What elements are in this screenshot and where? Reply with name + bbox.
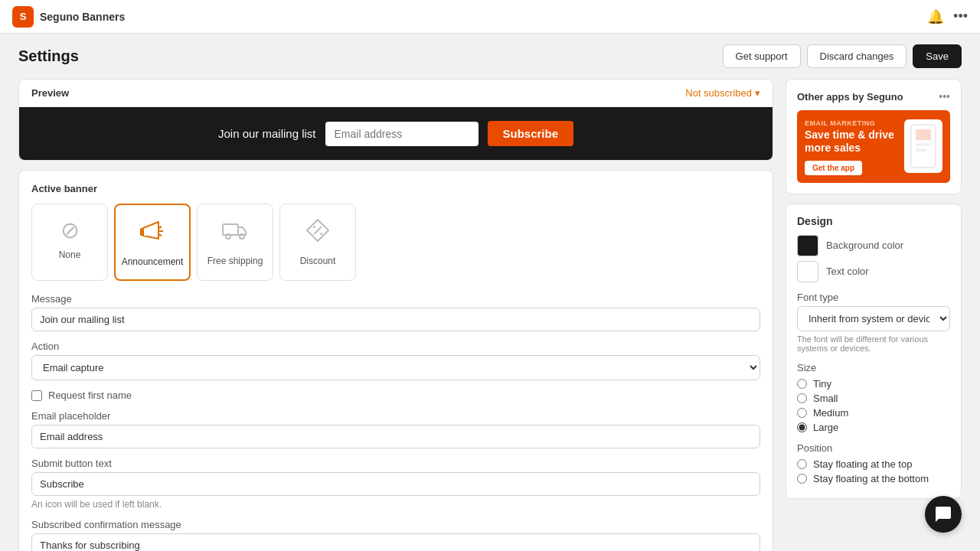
background-color-swatch[interactable]	[797, 235, 818, 256]
form-fields: Message Action Email capture Link None R…	[31, 293, 760, 551]
banner-option-none[interactable]: ⊘ None	[31, 204, 108, 281]
email-placeholder-field-group: Email placeholder	[31, 410, 760, 448]
other-apps-card: Other apps by Seguno ••• EMAIL MARKETING…	[786, 79, 962, 194]
announcement-label: Announcement	[122, 256, 184, 267]
action-field-group: Action Email capture Link None	[31, 341, 760, 380]
submit-button-field-group: Submit button text An icon will be used …	[31, 458, 760, 510]
svg-point-5	[226, 234, 230, 239]
font-hint: The font will be different for various s…	[797, 334, 950, 353]
banner-option-discount[interactable]: Discount	[279, 204, 356, 281]
text-color-row: Text color	[797, 261, 950, 282]
promo-text-area: EMAIL MARKETING Save time & drive more s…	[805, 119, 898, 175]
chat-bubble[interactable]	[925, 496, 962, 533]
request-first-name-label: Request first name	[48, 390, 132, 401]
position-float-bottom-label: Stay floating at the bottom	[813, 473, 929, 484]
bell-icon[interactable]: 🔔	[927, 8, 944, 25]
subscribed-confirmation-field-group: Subscribed confirmation message	[31, 519, 760, 551]
svg-rect-0	[140, 228, 143, 236]
truck-icon	[221, 217, 249, 249]
promo-cta-button[interactable]: Get the app	[805, 161, 862, 175]
submit-button-input[interactable]	[31, 472, 760, 496]
action-label: Action	[31, 341, 760, 352]
position-label: Position	[797, 442, 950, 454]
svg-rect-12	[916, 143, 931, 146]
size-tiny-radio[interactable]	[797, 379, 807, 389]
right-panel: Other apps by Seguno ••• EMAIL MARKETING…	[786, 79, 962, 551]
active-banner-section: Active banner ⊘ None	[18, 170, 773, 551]
none-icon: ⊘	[60, 217, 80, 243]
font-type-select[interactable]: Inherit from system or device	[797, 306, 950, 331]
background-color-label: Background color	[826, 240, 903, 251]
page-title: Settings	[18, 47, 79, 65]
position-float-bottom-radio[interactable]	[797, 474, 807, 484]
subscribed-confirmation-input[interactable]	[31, 533, 760, 551]
request-first-name-row: Request first name	[31, 390, 760, 401]
font-section: Font type Inherit from system or device …	[797, 292, 950, 353]
email-placeholder-label: Email placeholder	[31, 410, 760, 422]
banner-option-free-shipping[interactable]: Free shipping	[197, 204, 273, 281]
svg-rect-11	[916, 129, 931, 140]
page-header: Settings Get support Discard changes Sav…	[0, 34, 980, 79]
size-large-label: Large	[813, 422, 838, 433]
preview-label: Preview	[31, 87, 69, 99]
size-section: Size Tiny Small Medium Large	[797, 362, 950, 433]
svg-point-6	[240, 234, 244, 239]
preview-email-input[interactable]	[325, 122, 479, 146]
discard-changes-button[interactable]: Discard changes	[807, 44, 907, 68]
size-label: Size	[797, 362, 950, 373]
message-label: Message	[31, 293, 760, 305]
size-medium-row: Medium	[797, 407, 950, 419]
position-float-top-row: Stay floating at the top	[797, 458, 950, 470]
message-input[interactable]	[31, 308, 760, 331]
promo-eyebrow: EMAIL MARKETING	[805, 119, 898, 127]
size-medium-radio[interactable]	[797, 408, 807, 418]
subscription-status[interactable]: Not subscribed ▾	[685, 87, 760, 99]
app-icon: S	[12, 6, 34, 28]
nav-left: S Seguno Banners	[12, 6, 125, 28]
promo-phone-graphic	[904, 119, 942, 173]
promo-banner: EMAIL MARKETING Save time & drive more s…	[797, 110, 950, 183]
nav-right: 🔔 •••	[927, 8, 968, 25]
font-type-label: Font type	[797, 292, 950, 303]
email-placeholder-input[interactable]	[31, 425, 760, 448]
preview-card: Preview Not subscribed ▾ Join our mailin…	[18, 79, 773, 161]
active-banner-title: Active banner	[31, 183, 760, 194]
action-select[interactable]: Email capture Link None	[31, 355, 760, 380]
submit-button-label: Submit button text	[31, 458, 760, 469]
svg-point-9	[320, 233, 322, 235]
size-medium-label: Medium	[813, 407, 848, 419]
size-small-radio[interactable]	[797, 393, 807, 403]
more-options-icon[interactable]: •••	[953, 8, 968, 24]
preview-header: Preview Not subscribed ▾	[19, 80, 773, 107]
submit-hint: An icon will be used if left blank.	[31, 499, 760, 510]
size-small-label: Small	[813, 393, 838, 404]
banner-options: ⊘ None Announcement	[31, 204, 760, 281]
header-actions: Get support Discard changes Save	[723, 44, 962, 68]
announcement-icon	[139, 217, 166, 250]
position-float-bottom-row: Stay floating at the bottom	[797, 473, 950, 484]
request-first-name-checkbox[interactable]	[31, 390, 42, 401]
main-content: Preview Not subscribed ▾ Join our mailin…	[0, 79, 980, 551]
none-label: None	[59, 249, 81, 260]
preview-subscribe-button[interactable]: Subscribe	[488, 121, 574, 146]
discount-icon	[304, 217, 332, 249]
size-small-row: Small	[797, 393, 950, 404]
svg-rect-4	[223, 224, 238, 235]
save-button[interactable]: Save	[913, 44, 962, 68]
size-large-radio[interactable]	[797, 422, 807, 432]
other-apps-title: Other apps by Seguno	[797, 91, 903, 103]
message-field-group: Message	[31, 293, 760, 331]
text-color-swatch[interactable]	[797, 261, 818, 282]
left-panel: Preview Not subscribed ▾ Join our mailin…	[18, 79, 773, 551]
discount-label: Discount	[300, 256, 336, 266]
app-name: Seguno Banners	[40, 11, 125, 23]
banner-option-announcement[interactable]: Announcement	[114, 204, 191, 281]
promo-headline: Save time & drive more sales	[805, 129, 898, 155]
text-color-label: Text color	[826, 266, 869, 277]
other-apps-more-icon[interactable]: •••	[939, 90, 950, 103]
other-apps-header: Other apps by Seguno •••	[797, 90, 950, 103]
preview-banner: Join our mailing list Subscribe	[19, 107, 773, 160]
position-float-top-radio[interactable]	[797, 459, 807, 469]
top-nav: S Seguno Banners 🔔 •••	[0, 0, 980, 34]
get-support-button[interactable]: Get support	[723, 44, 801, 68]
